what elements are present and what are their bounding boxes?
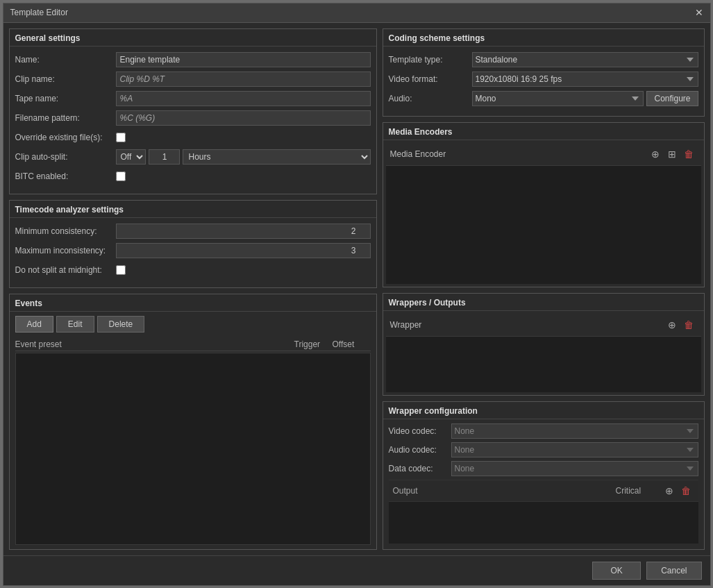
clip-auto-split-unit-select[interactable]: Hours Minutes — [183, 149, 371, 165]
delete-output-icon[interactable]: 🗑 — [678, 482, 694, 499]
configure-button[interactable]: Configure — [646, 91, 698, 106]
filename-pattern-input[interactable] — [116, 110, 371, 126]
audio-codec-row: Audio codec: None — [389, 442, 698, 457]
event-preset-column-header: Event preset — [15, 339, 294, 349]
wrapper-label: Wrapper — [390, 320, 664, 330]
clip-name-input[interactable] — [116, 72, 371, 87]
template-type-row: Template type: Standalone Other — [389, 52, 698, 67]
bitc-enabled-label: BITC enabled: — [15, 171, 116, 181]
video-format-label: Video format: — [389, 74, 472, 84]
add-wrapper-icon[interactable]: ⊕ — [664, 317, 680, 333]
do-not-split-label: Do not split at midnight: — [15, 265, 116, 275]
title-bar: Template Editor ✕ — [3, 3, 710, 23]
media-encoders-title: Media Encoders — [383, 123, 704, 140]
add-encoder-icon[interactable]: ⊕ — [647, 146, 664, 162]
audio-label: Audio: — [389, 94, 472, 103]
coding-scheme-content: Template type: Standalone Other Video fo… — [383, 47, 704, 116]
audio-controls: Mono Stereo Configure — [472, 91, 698, 106]
name-row: Name: — [15, 52, 371, 67]
delete-event-button[interactable]: Delete — [97, 316, 145, 333]
clip-auto-split-row: Clip auto-split: Off On Hours Minutes — [15, 149, 371, 165]
dialog-body: General settings Name: Clip name: Tape n… — [3, 23, 710, 555]
add-event-button[interactable]: Add — [15, 316, 53, 333]
coding-scheme-section: Coding scheme settings Template type: St… — [383, 28, 705, 117]
delete-encoder-icon[interactable]: 🗑 — [680, 146, 697, 162]
wrapper-configuration-title: Wrapper configuration — [383, 402, 704, 419]
filename-pattern-label: Filename pattern: — [15, 113, 116, 123]
clip-auto-split-controls: Off On Hours Minutes — [116, 149, 371, 165]
max-inconsistency-row: Maximum inconsistency: — [15, 243, 371, 258]
timecode-settings-section: Timecode analyzer settings Minimum consi… — [9, 200, 377, 288]
video-format-row: Video format: 1920x1080i 16:9 25 fps — [389, 72, 698, 87]
critical-label: Critical — [616, 486, 661, 496]
events-content: Add Edit Delete Event preset Trigger Off… — [10, 312, 376, 549]
do-not-split-row: Do not split at midnight: — [15, 262, 371, 278]
name-label: Name: — [15, 55, 116, 65]
audio-select[interactable]: Mono Stereo — [472, 91, 644, 106]
max-inconsistency-label: Maximum inconsistency: — [15, 246, 116, 255]
video-format-select[interactable]: 1920x1080i 16:9 25 fps — [472, 72, 698, 87]
video-codec-label: Video codec: — [389, 426, 451, 436]
tape-name-row: Tape name: — [15, 91, 371, 106]
output-label: Output — [393, 486, 616, 496]
wrappers-outputs-content: Wrapper ⊕ 🗑 — [383, 311, 704, 395]
override-existing-checkbox[interactable] — [116, 133, 126, 142]
dialog-footer: OK Cancel — [3, 555, 710, 585]
clip-auto-split-label: Clip auto-split: — [15, 152, 116, 162]
close-icon[interactable]: ✕ — [695, 8, 703, 17]
template-type-label: Template type: — [389, 55, 472, 65]
edit-event-button[interactable]: Edit — [56, 316, 94, 333]
data-codec-label: Data codec: — [389, 464, 451, 473]
template-type-select[interactable]: Standalone Other — [472, 52, 698, 67]
filename-pattern-row: Filename pattern: — [15, 110, 371, 126]
template-editor-dialog: Template Editor ✕ General settings Name:… — [3, 3, 711, 586]
layers-encoder-icon[interactable]: ⊞ — [664, 146, 680, 162]
data-codec-row: Data codec: None — [389, 461, 698, 476]
bitc-enabled-checkbox[interactable] — [116, 171, 126, 181]
wrapper-configuration-content: Video codec: None Audio codec: None Data… — [383, 419, 704, 548]
wrappers-outputs-section: Wrappers / Outputs Wrapper ⊕ 🗑 — [383, 293, 705, 396]
max-inconsistency-input[interactable] — [116, 243, 371, 258]
timecode-settings-content: Minimum consistency: Maximum inconsisten… — [10, 218, 376, 287]
encoders-list — [386, 166, 701, 284]
output-list — [389, 502, 698, 544]
tape-name-label: Tape name: — [15, 94, 116, 103]
video-codec-row: Video codec: None — [389, 423, 698, 439]
wrapper-configuration-section: Wrapper configuration Video codec: None … — [383, 401, 705, 550]
name-input[interactable] — [116, 52, 371, 67]
min-consistency-row: Minimum consistency: — [15, 224, 371, 239]
min-consistency-input[interactable] — [116, 224, 371, 239]
media-encoders-section: Media Encoders Media Encoder ⊕ ⊞ 🗑 — [383, 122, 705, 287]
events-table-header: Event preset Trigger Offset — [15, 338, 371, 351]
override-existing-row: Override existing file(s): — [15, 130, 371, 145]
events-section: Events Add Edit Delete Event preset Trig… — [9, 294, 377, 550]
general-settings-title: General settings — [10, 29, 376, 47]
min-consistency-label: Minimum consistency: — [15, 226, 116, 236]
video-codec-select[interactable]: None — [451, 423, 698, 439]
output-row-header: Output Critical ⊕ 🗑 — [389, 480, 698, 502]
coding-scheme-title: Coding scheme settings — [383, 29, 704, 47]
add-output-icon[interactable]: ⊕ — [661, 482, 678, 499]
left-panel: General settings Name: Clip name: Tape n… — [9, 28, 377, 550]
dialog-title: Template Editor — [10, 8, 68, 17]
bitc-enabled-row: BITC enabled: — [15, 169, 371, 184]
do-not-split-checkbox[interactable] — [116, 265, 126, 275]
right-panel: Coding scheme settings Template type: St… — [383, 28, 705, 550]
clip-name-row: Clip name: — [15, 72, 371, 87]
encoders-header: Media Encoder ⊕ ⊞ 🗑 — [386, 143, 701, 166]
tape-name-input[interactable] — [116, 91, 371, 106]
clip-auto-split-select[interactable]: Off On — [116, 149, 146, 165]
trigger-column-header: Trigger — [294, 339, 333, 349]
events-list — [15, 353, 371, 545]
delete-wrapper-icon[interactable]: 🗑 — [680, 317, 697, 333]
audio-codec-select[interactable]: None — [451, 442, 698, 457]
data-codec-select[interactable]: None — [451, 461, 698, 476]
ok-button[interactable]: OK — [592, 562, 641, 580]
clip-auto-split-number[interactable] — [149, 149, 180, 165]
audio-codec-label: Audio codec: — [389, 445, 451, 455]
wrapper-header: Wrapper ⊕ 🗑 — [386, 314, 701, 337]
timecode-settings-title: Timecode analyzer settings — [10, 201, 376, 218]
wrappers-outputs-title: Wrappers / Outputs — [383, 294, 704, 311]
clip-name-label: Clip name: — [15, 74, 116, 84]
cancel-button[interactable]: Cancel — [646, 562, 701, 580]
